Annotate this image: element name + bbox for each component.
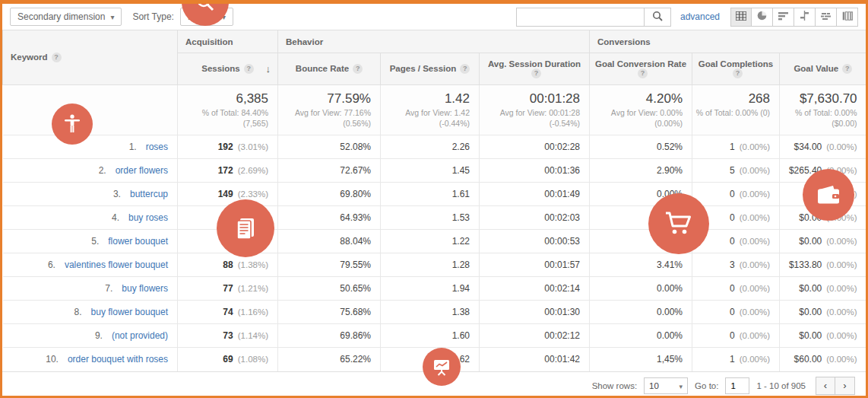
avg-session-duration-cell: 00:02:28 — [480, 135, 590, 159]
totals-avg-session-duration: 00:01:28Avg for View: 00:01:28(-0.54%) — [480, 85, 590, 135]
pages-session-cell: 1.94 — [381, 277, 480, 301]
presentation-chart-icon — [432, 358, 451, 376]
sessions-column-header[interactable]: Sessions? ↓ — [178, 53, 278, 85]
pages-session-cell: 1.60 — [381, 324, 480, 348]
performance-view-button[interactable] — [773, 8, 794, 27]
row-number: 9. — [84, 330, 103, 341]
bounce-rate-cell: 69.86% — [278, 324, 381, 348]
goal-value-cell: $0.00(0.00%) — [780, 301, 866, 324]
term-cloud-view-button[interactable] — [816, 8, 837, 27]
table-icon — [736, 11, 746, 23]
bounce-rate-cell: 69.80% — [278, 183, 381, 206]
goal-conversion-rate-column-header[interactable]: Goal Conversion Rate? — [590, 53, 692, 85]
bounce-rate-cell: 88.04% — [278, 230, 381, 253]
keyword-link[interactable]: order bouquet with roses — [68, 354, 168, 365]
goal-conversion-rate-cell: 0.00% — [590, 301, 692, 324]
comparison-view-button[interactable] — [794, 8, 816, 27]
advanced-search-link[interactable]: advanced — [680, 11, 720, 22]
sort-descending-icon: ↓ — [266, 63, 271, 75]
goal-value-cell: $0.00(0.00%) — [780, 324, 866, 348]
bounce-rate-cell: 72.67% — [278, 159, 381, 183]
totals-pages-session: 1.42Avg for View: 1.42(-0.44%) — [381, 85, 480, 135]
keyword-link[interactable]: order flowers — [116, 165, 168, 176]
secondary-dimension-button[interactable]: Secondary dimension — [10, 8, 122, 26]
bounce-rate-cell: 52.08% — [278, 135, 381, 159]
pages-session-column-header[interactable]: Pages / Session? — [381, 53, 480, 85]
documents-icon — [233, 215, 258, 241]
goal-value-cell: $0.00(0.00%) — [780, 277, 866, 301]
search-input[interactable] — [516, 8, 644, 27]
table-view-button[interactable] — [730, 8, 752, 27]
table-row: 9.(not provided) 73(1.14%) 69.86% 1.60 0… — [3, 324, 866, 348]
chevron-down-icon — [110, 11, 114, 22]
bounce-rate-column-header[interactable]: Bounce Rate? — [278, 53, 381, 85]
previous-page-button[interactable]: ‹ — [816, 377, 835, 395]
pivot-view-button[interactable] — [837, 8, 858, 27]
avg-session-duration-cell: 00:01:30 — [480, 301, 590, 324]
sessions-cell: 192(3.01%) — [178, 135, 278, 159]
goal-value-header-label: Goal Value — [794, 64, 838, 73]
goal-conversion-rate-cell: 3.41% — [590, 253, 692, 277]
table-row: 4.buy roses 64.93% 1.53 00:02:03 0(0.00%… — [3, 206, 866, 230]
acquisition-group-header: Acquisition — [178, 30, 278, 53]
help-icon[interactable]: ? — [52, 53, 62, 62]
avg-session-duration-column-header[interactable]: Avg. Session Duration? — [480, 53, 590, 85]
accessibility-person-icon — [64, 114, 81, 134]
avg-session-duration-cell: 00:01:36 — [480, 159, 590, 183]
keyword-link[interactable]: buttercup — [130, 189, 168, 199]
show-rows-select[interactable]: 10 — [644, 377, 688, 394]
help-icon[interactable]: ? — [638, 68, 648, 78]
conversions-group-header: Conversions — [590, 30, 866, 53]
row-range-label: 1 - 10 of 905 — [756, 381, 806, 390]
row-number: 5. — [81, 236, 99, 247]
table-row: 8.buy flower bouquet 74(1.16%) 75.68% 1.… — [3, 301, 866, 324]
sessions-cell: 69(1.08%) — [178, 348, 278, 371]
goal-completions-column-header[interactable]: Goal Completions ? — [692, 53, 780, 85]
next-page-button[interactable]: › — [835, 377, 855, 395]
goal-value-column-header[interactable]: Goal Value? — [780, 53, 866, 85]
row-number: 4. — [101, 212, 119, 223]
search-button[interactable] — [644, 8, 671, 27]
keyword-link[interactable]: (not provided) — [112, 330, 168, 341]
help-icon[interactable]: ? — [244, 64, 254, 74]
bounce-rate-cell: 79.55% — [278, 253, 381, 277]
goto-label: Go to: — [695, 381, 718, 390]
row-number: 10. — [40, 354, 59, 365]
bounce-rate-cell: 50.65% — [278, 277, 381, 301]
wallet-badge — [803, 169, 854, 221]
table-row: 2.order flowers 172(2.69%) 72.67% 1.45 0… — [3, 159, 866, 183]
keyword-link[interactable]: buy flowers — [122, 283, 168, 294]
totals-goal-value: $7,630.70% of Total: 0.00%($0.00) — [780, 85, 866, 135]
help-icon[interactable]: ? — [531, 68, 541, 78]
help-icon[interactable]: ? — [460, 64, 470, 74]
sessions-cell: 88(1.38%) — [178, 253, 278, 277]
table-row: 6.valentines flower bouquet 88(1.38%) 79… — [3, 253, 866, 277]
avg-session-duration-cell: 00:01:57 — [480, 253, 590, 277]
percentage-view-button[interactable] — [752, 8, 773, 27]
keyword-link[interactable]: roses — [146, 142, 168, 152]
keyword-link[interactable]: flower bouquet — [108, 236, 168, 247]
bounce-rate-cell: 65.22% — [278, 348, 381, 371]
pages-session-cell: 1.61 — [381, 183, 480, 206]
totals-row: 6,385% of Total: 84.40%(7,565) 77.59%Avg… — [3, 85, 866, 135]
keyword-header-label: Keyword — [11, 53, 48, 62]
pivot-icon — [842, 11, 853, 23]
help-icon[interactable]: ? — [733, 68, 743, 78]
help-icon[interactable]: ? — [353, 64, 363, 74]
keyword-link[interactable]: buy flower bouquet — [91, 307, 168, 317]
keyword-column-header[interactable]: Keyword? — [3, 30, 178, 85]
report-window: Secondary dimension Sort Type: Default a… — [0, 0, 868, 398]
goto-page-input[interactable] — [725, 377, 749, 394]
keyword-link[interactable]: valentines flower bouquet — [65, 259, 168, 270]
performance-bars-icon — [778, 11, 788, 23]
goal-completions-cell: 3(0.00%) — [692, 253, 780, 277]
sessions-cell: 172(2.69%) — [178, 159, 278, 183]
avg-session-duration-header-label: Avg. Session Duration — [488, 59, 581, 68]
keyword-link[interactable]: buy roses — [128, 212, 168, 223]
sessions-cell: 77(1.21%) — [178, 277, 278, 301]
help-icon[interactable]: ? — [842, 64, 852, 74]
sort-type-label: Sort Type: — [132, 11, 173, 22]
shopping-cart-icon — [664, 211, 693, 237]
term-cloud-icon — [821, 11, 832, 23]
pages-session-cell: 2.26 — [381, 135, 480, 159]
